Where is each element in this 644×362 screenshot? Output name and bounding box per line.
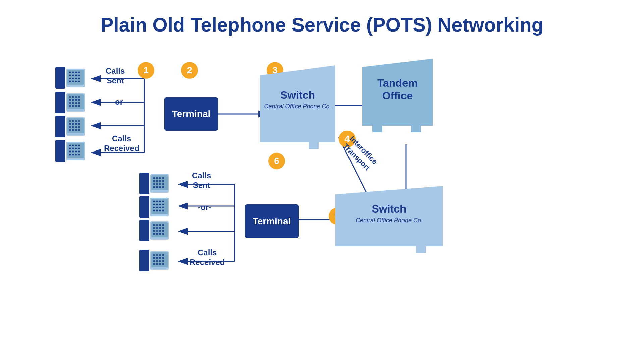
svg-point-31 — [75, 78, 77, 79]
svg-point-159 — [156, 257, 158, 259]
svg-point-112 — [162, 186, 164, 188]
svg-point-137 — [159, 224, 161, 226]
svg-rect-56 — [55, 116, 65, 137]
svg-point-66 — [78, 123, 80, 125]
svg-rect-113 — [139, 196, 149, 218]
svg-point-106 — [156, 183, 158, 185]
calls-sent-top-label: Calls Sent — [106, 66, 125, 86]
svg-point-26 — [72, 75, 74, 76]
svg-point-125 — [156, 207, 158, 208]
svg-point-117 — [156, 201, 158, 202]
svg-point-167 — [156, 263, 158, 265]
svg-point-51 — [78, 102, 80, 104]
svg-point-67 — [69, 126, 71, 128]
svg-point-138 — [162, 224, 164, 226]
svg-point-49 — [72, 102, 74, 104]
svg-point-72 — [72, 129, 74, 131]
svg-point-68 — [72, 126, 74, 128]
svg-point-116 — [153, 201, 155, 202]
svg-point-166 — [153, 263, 155, 265]
svg-point-73 — [75, 129, 77, 131]
svg-point-120 — [153, 204, 155, 205]
svg-point-42 — [75, 96, 77, 98]
svg-point-123 — [162, 204, 164, 205]
svg-point-22 — [72, 72, 74, 73]
svg-point-88 — [75, 151, 77, 153]
svg-point-83 — [72, 148, 74, 149]
svg-rect-94 — [139, 173, 149, 194]
phone-bottom-3 — [139, 220, 169, 243]
terminal-1-box: Terminal — [164, 97, 218, 131]
svg-point-126 — [159, 207, 161, 208]
phone-top-1 — [55, 67, 86, 90]
svg-point-45 — [72, 99, 74, 101]
svg-point-158 — [153, 257, 155, 259]
svg-point-102 — [156, 180, 158, 182]
svg-point-169 — [162, 263, 164, 265]
svg-point-156 — [159, 254, 161, 256]
svg-point-129 — [156, 210, 158, 212]
svg-point-128 — [153, 210, 155, 212]
svg-point-97 — [153, 177, 155, 179]
svg-point-92 — [75, 154, 77, 156]
svg-point-63 — [69, 123, 71, 125]
svg-point-46 — [75, 99, 77, 101]
svg-point-30 — [72, 78, 74, 79]
svg-point-23 — [75, 72, 77, 73]
svg-point-74 — [78, 129, 80, 131]
svg-point-25 — [69, 75, 71, 76]
svg-point-161 — [162, 257, 164, 259]
svg-point-84 — [75, 148, 77, 149]
svg-point-143 — [153, 230, 155, 232]
svg-point-148 — [156, 233, 158, 235]
calls-sent-bottom-label: Calls Sent — [192, 171, 211, 190]
svg-point-109 — [153, 186, 155, 188]
badge-2: 2 — [181, 62, 198, 79]
svg-point-69 — [75, 126, 77, 128]
or-bottom-label: -or- — [198, 203, 211, 212]
svg-point-89 — [78, 151, 80, 153]
svg-point-34 — [72, 81, 74, 82]
svg-point-130 — [159, 210, 161, 212]
switch-2-shape: Switch Central Office Phone Co. — [335, 186, 443, 256]
svg-point-162 — [153, 260, 155, 262]
svg-point-147 — [153, 233, 155, 235]
svg-point-101 — [153, 180, 155, 182]
svg-rect-75 — [55, 140, 65, 162]
svg-point-55 — [78, 105, 80, 107]
svg-point-155 — [156, 254, 158, 256]
svg-point-131 — [162, 210, 164, 212]
svg-point-118 — [159, 201, 161, 202]
svg-point-98 — [156, 177, 158, 179]
svg-point-44 — [69, 99, 71, 101]
svg-point-121 — [156, 204, 158, 205]
svg-point-135 — [153, 224, 155, 226]
svg-rect-132 — [139, 220, 149, 241]
svg-point-110 — [156, 186, 158, 188]
svg-point-140 — [156, 227, 158, 229]
svg-point-65 — [75, 123, 77, 125]
svg-point-82 — [69, 148, 71, 149]
svg-point-36 — [78, 81, 80, 82]
svg-point-81 — [78, 145, 80, 146]
or-top-label: -or- — [112, 97, 126, 107]
svg-point-27 — [75, 75, 77, 76]
switch-1-shape: Switch Central Office Phone Co. — [260, 65, 335, 156]
phone-top-4 — [55, 140, 86, 163]
svg-rect-37 — [55, 92, 65, 113]
svg-point-59 — [69, 120, 71, 122]
svg-point-70 — [78, 126, 80, 128]
svg-point-54 — [75, 105, 77, 107]
svg-point-127 — [162, 207, 164, 208]
svg-rect-151 — [139, 250, 149, 272]
svg-point-91 — [72, 154, 74, 156]
phone-bottom-1 — [139, 173, 169, 196]
svg-point-157 — [162, 254, 164, 256]
svg-rect-18 — [55, 67, 65, 89]
svg-point-21 — [69, 72, 71, 73]
phone-bottom-4 — [139, 250, 169, 273]
svg-point-24 — [78, 72, 80, 73]
svg-point-50 — [75, 102, 77, 104]
svg-point-64 — [72, 123, 74, 125]
svg-point-119 — [162, 201, 164, 202]
